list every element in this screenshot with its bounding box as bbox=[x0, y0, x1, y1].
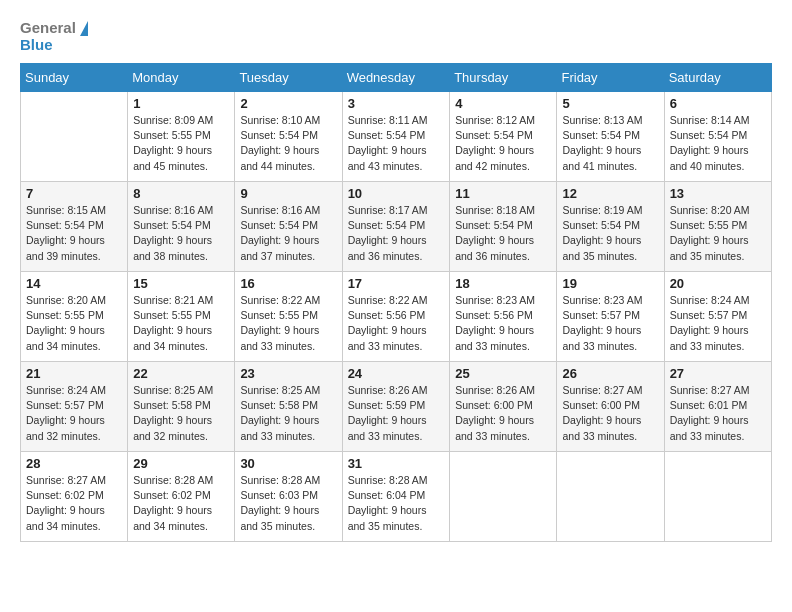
day-info-1: Sunrise: 8:09 AM Sunset: 5:55 PM Dayligh… bbox=[133, 113, 229, 174]
logo-triangle bbox=[80, 21, 88, 36]
calendar-cell-30: 30Sunrise: 8:28 AM Sunset: 6:03 PM Dayli… bbox=[235, 452, 342, 542]
logo: General Blue bbox=[20, 20, 88, 53]
calendar-cell-19: 19Sunrise: 8:23 AM Sunset: 5:57 PM Dayli… bbox=[557, 272, 664, 362]
day-info-7: Sunrise: 8:15 AM Sunset: 5:54 PM Dayligh… bbox=[26, 203, 122, 264]
calendar-cell-9: 9Sunrise: 8:16 AM Sunset: 5:54 PM Daylig… bbox=[235, 182, 342, 272]
calendar-cell-18: 18Sunrise: 8:23 AM Sunset: 5:56 PM Dayli… bbox=[450, 272, 557, 362]
calendar-cell-14: 14Sunrise: 8:20 AM Sunset: 5:55 PM Dayli… bbox=[21, 272, 128, 362]
day-info-19: Sunrise: 8:23 AM Sunset: 5:57 PM Dayligh… bbox=[562, 293, 658, 354]
calendar-cell-3: 3Sunrise: 8:11 AM Sunset: 5:54 PM Daylig… bbox=[342, 92, 450, 182]
day-header-sunday: Sunday bbox=[21, 64, 128, 92]
calendar-cell-2: 2Sunrise: 8:10 AM Sunset: 5:54 PM Daylig… bbox=[235, 92, 342, 182]
day-header-thursday: Thursday bbox=[450, 64, 557, 92]
day-number-27: 27 bbox=[670, 366, 766, 381]
calendar-cell-7: 7Sunrise: 8:15 AM Sunset: 5:54 PM Daylig… bbox=[21, 182, 128, 272]
day-header-wednesday: Wednesday bbox=[342, 64, 450, 92]
day-info-14: Sunrise: 8:20 AM Sunset: 5:55 PM Dayligh… bbox=[26, 293, 122, 354]
day-info-8: Sunrise: 8:16 AM Sunset: 5:54 PM Dayligh… bbox=[133, 203, 229, 264]
day-number-6: 6 bbox=[670, 96, 766, 111]
day-number-1: 1 bbox=[133, 96, 229, 111]
calendar-cell-16: 16Sunrise: 8:22 AM Sunset: 5:55 PM Dayli… bbox=[235, 272, 342, 362]
day-number-10: 10 bbox=[348, 186, 445, 201]
day-number-8: 8 bbox=[133, 186, 229, 201]
day-number-2: 2 bbox=[240, 96, 336, 111]
day-number-25: 25 bbox=[455, 366, 551, 381]
day-number-31: 31 bbox=[348, 456, 445, 471]
calendar-week-1: 1Sunrise: 8:09 AM Sunset: 5:55 PM Daylig… bbox=[21, 92, 772, 182]
calendar-cell-17: 17Sunrise: 8:22 AM Sunset: 5:56 PM Dayli… bbox=[342, 272, 450, 362]
day-number-14: 14 bbox=[26, 276, 122, 291]
calendar-cell-21: 21Sunrise: 8:24 AM Sunset: 5:57 PM Dayli… bbox=[21, 362, 128, 452]
day-info-24: Sunrise: 8:26 AM Sunset: 5:59 PM Dayligh… bbox=[348, 383, 445, 444]
calendar-week-4: 21Sunrise: 8:24 AM Sunset: 5:57 PM Dayli… bbox=[21, 362, 772, 452]
day-number-19: 19 bbox=[562, 276, 658, 291]
empty-cell bbox=[664, 452, 771, 542]
day-number-4: 4 bbox=[455, 96, 551, 111]
day-info-13: Sunrise: 8:20 AM Sunset: 5:55 PM Dayligh… bbox=[670, 203, 766, 264]
day-info-26: Sunrise: 8:27 AM Sunset: 6:00 PM Dayligh… bbox=[562, 383, 658, 444]
day-info-30: Sunrise: 8:28 AM Sunset: 6:03 PM Dayligh… bbox=[240, 473, 336, 534]
day-info-18: Sunrise: 8:23 AM Sunset: 5:56 PM Dayligh… bbox=[455, 293, 551, 354]
day-info-17: Sunrise: 8:22 AM Sunset: 5:56 PM Dayligh… bbox=[348, 293, 445, 354]
calendar-cell-13: 13Sunrise: 8:20 AM Sunset: 5:55 PM Dayli… bbox=[664, 182, 771, 272]
day-number-18: 18 bbox=[455, 276, 551, 291]
calendar-cell-4: 4Sunrise: 8:12 AM Sunset: 5:54 PM Daylig… bbox=[450, 92, 557, 182]
logo-blue: Blue bbox=[20, 37, 88, 54]
day-number-7: 7 bbox=[26, 186, 122, 201]
calendar-cell-8: 8Sunrise: 8:16 AM Sunset: 5:54 PM Daylig… bbox=[128, 182, 235, 272]
day-number-26: 26 bbox=[562, 366, 658, 381]
day-info-2: Sunrise: 8:10 AM Sunset: 5:54 PM Dayligh… bbox=[240, 113, 336, 174]
calendar-cell-11: 11Sunrise: 8:18 AM Sunset: 5:54 PM Dayli… bbox=[450, 182, 557, 272]
calendar-body: 1Sunrise: 8:09 AM Sunset: 5:55 PM Daylig… bbox=[21, 92, 772, 542]
day-info-21: Sunrise: 8:24 AM Sunset: 5:57 PM Dayligh… bbox=[26, 383, 122, 444]
day-info-4: Sunrise: 8:12 AM Sunset: 5:54 PM Dayligh… bbox=[455, 113, 551, 174]
day-info-29: Sunrise: 8:28 AM Sunset: 6:02 PM Dayligh… bbox=[133, 473, 229, 534]
day-number-5: 5 bbox=[562, 96, 658, 111]
day-info-31: Sunrise: 8:28 AM Sunset: 6:04 PM Dayligh… bbox=[348, 473, 445, 534]
calendar-cell-15: 15Sunrise: 8:21 AM Sunset: 5:55 PM Dayli… bbox=[128, 272, 235, 362]
day-info-28: Sunrise: 8:27 AM Sunset: 6:02 PM Dayligh… bbox=[26, 473, 122, 534]
day-info-23: Sunrise: 8:25 AM Sunset: 5:58 PM Dayligh… bbox=[240, 383, 336, 444]
day-header-saturday: Saturday bbox=[664, 64, 771, 92]
day-number-29: 29 bbox=[133, 456, 229, 471]
day-info-15: Sunrise: 8:21 AM Sunset: 5:55 PM Dayligh… bbox=[133, 293, 229, 354]
calendar-cell-31: 31Sunrise: 8:28 AM Sunset: 6:04 PM Dayli… bbox=[342, 452, 450, 542]
calendar-cell-22: 22Sunrise: 8:25 AM Sunset: 5:58 PM Dayli… bbox=[128, 362, 235, 452]
day-header-tuesday: Tuesday bbox=[235, 64, 342, 92]
day-number-11: 11 bbox=[455, 186, 551, 201]
calendar-cell-6: 6Sunrise: 8:14 AM Sunset: 5:54 PM Daylig… bbox=[664, 92, 771, 182]
day-number-30: 30 bbox=[240, 456, 336, 471]
logo-general: General bbox=[20, 20, 76, 37]
day-number-28: 28 bbox=[26, 456, 122, 471]
calendar-cell-12: 12Sunrise: 8:19 AM Sunset: 5:54 PM Dayli… bbox=[557, 182, 664, 272]
calendar-cell-20: 20Sunrise: 8:24 AM Sunset: 5:57 PM Dayli… bbox=[664, 272, 771, 362]
calendar-cell-29: 29Sunrise: 8:28 AM Sunset: 6:02 PM Dayli… bbox=[128, 452, 235, 542]
calendar-cell-5: 5Sunrise: 8:13 AM Sunset: 5:54 PM Daylig… bbox=[557, 92, 664, 182]
calendar-header-row: SundayMondayTuesdayWednesdayThursdayFrid… bbox=[21, 64, 772, 92]
calendar-cell-23: 23Sunrise: 8:25 AM Sunset: 5:58 PM Dayli… bbox=[235, 362, 342, 452]
day-info-10: Sunrise: 8:17 AM Sunset: 5:54 PM Dayligh… bbox=[348, 203, 445, 264]
empty-cell bbox=[450, 452, 557, 542]
calendar-cell-26: 26Sunrise: 8:27 AM Sunset: 6:00 PM Dayli… bbox=[557, 362, 664, 452]
day-header-friday: Friday bbox=[557, 64, 664, 92]
calendar-week-2: 7Sunrise: 8:15 AM Sunset: 5:54 PM Daylig… bbox=[21, 182, 772, 272]
day-info-9: Sunrise: 8:16 AM Sunset: 5:54 PM Dayligh… bbox=[240, 203, 336, 264]
day-info-12: Sunrise: 8:19 AM Sunset: 5:54 PM Dayligh… bbox=[562, 203, 658, 264]
day-number-17: 17 bbox=[348, 276, 445, 291]
day-number-15: 15 bbox=[133, 276, 229, 291]
day-number-20: 20 bbox=[670, 276, 766, 291]
day-number-21: 21 bbox=[26, 366, 122, 381]
day-number-9: 9 bbox=[240, 186, 336, 201]
day-info-25: Sunrise: 8:26 AM Sunset: 6:00 PM Dayligh… bbox=[455, 383, 551, 444]
day-info-6: Sunrise: 8:14 AM Sunset: 5:54 PM Dayligh… bbox=[670, 113, 766, 174]
calendar-cell-10: 10Sunrise: 8:17 AM Sunset: 5:54 PM Dayli… bbox=[342, 182, 450, 272]
day-info-11: Sunrise: 8:18 AM Sunset: 5:54 PM Dayligh… bbox=[455, 203, 551, 264]
calendar-cell-28: 28Sunrise: 8:27 AM Sunset: 6:02 PM Dayli… bbox=[21, 452, 128, 542]
empty-cell bbox=[21, 92, 128, 182]
day-number-24: 24 bbox=[348, 366, 445, 381]
day-info-5: Sunrise: 8:13 AM Sunset: 5:54 PM Dayligh… bbox=[562, 113, 658, 174]
day-info-27: Sunrise: 8:27 AM Sunset: 6:01 PM Dayligh… bbox=[670, 383, 766, 444]
day-number-22: 22 bbox=[133, 366, 229, 381]
day-info-22: Sunrise: 8:25 AM Sunset: 5:58 PM Dayligh… bbox=[133, 383, 229, 444]
day-number-16: 16 bbox=[240, 276, 336, 291]
